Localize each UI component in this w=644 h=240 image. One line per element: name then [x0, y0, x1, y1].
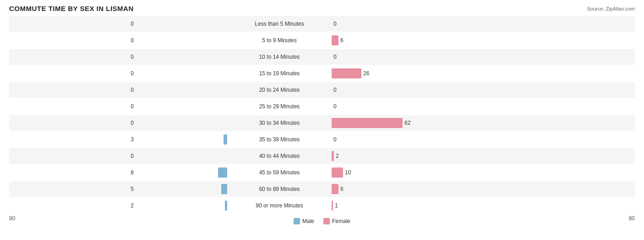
row-label: 15 to 19 Minutes [229, 70, 330, 77]
right-section: 10 [330, 167, 550, 178]
male-value: 0 [125, 120, 134, 126]
left-section: 0 [9, 118, 229, 128]
male-bar-wrap [136, 118, 227, 128]
table-row: 0 15 to 19 Minutes 26 [9, 66, 635, 81]
female-value: 0 [333, 136, 343, 143]
legend-female-box [323, 218, 330, 224]
female-bar [332, 68, 361, 78]
row-label: Less than 5 Minutes [229, 21, 330, 27]
male-value: 2 [125, 202, 134, 209]
axis-left-label: 80 [9, 215, 15, 224]
left-section: 0 [9, 85, 229, 95]
table-row: 8 45 to 59 Minutes 10 [9, 165, 635, 180]
left-section: 0 [9, 19, 229, 29]
right-section: 2 [330, 151, 550, 161]
right-section: 0 [330, 101, 550, 112]
male-bar-wrap [136, 85, 227, 95]
female-value: 26 [363, 70, 372, 77]
male-value: 0 [125, 37, 134, 44]
axis-right-label: 80 [629, 215, 635, 224]
legend-male-label: Male [302, 218, 314, 224]
legend-row: Male Female [294, 218, 350, 224]
chart-area: 0 Less than 5 Minutes 0 0 5 to 9 Minutes [9, 16, 635, 213]
female-value: 62 [404, 120, 414, 126]
female-value: 0 [333, 103, 343, 110]
male-bar-wrap [136, 201, 227, 211]
row-label: 60 to 89 Minutes [229, 186, 330, 192]
male-bar [224, 134, 227, 145]
right-section: 0 [330, 134, 550, 145]
male-bar-wrap [136, 68, 227, 78]
table-row: 0 40 to 44 Minutes 2 [9, 148, 635, 164]
row-label: 5 to 9 Minutes [229, 37, 330, 44]
right-section: 1 [330, 201, 550, 211]
source-text: Source: ZipAtlas.com [587, 6, 635, 11]
male-value: 5 [125, 186, 134, 192]
female-value: 0 [333, 87, 343, 93]
right-section: 62 [330, 118, 550, 128]
right-section: 6 [330, 35, 550, 45]
male-bar [221, 184, 227, 194]
female-bar [332, 35, 338, 45]
left-section: 0 [9, 151, 229, 161]
male-bar-wrap [136, 35, 227, 45]
male-value: 0 [125, 21, 134, 27]
male-value: 3 [125, 136, 134, 143]
table-row: 5 60 to 89 Minutes 6 [9, 181, 635, 197]
male-bar-wrap [136, 167, 227, 178]
row-label: 20 to 24 Minutes [229, 87, 330, 93]
row-label: 30 to 34 Minutes [229, 120, 330, 126]
legend-female-label: Female [332, 218, 350, 224]
female-bar [332, 184, 338, 194]
table-row: 0 30 to 34 Minutes 62 [9, 115, 635, 131]
left-section: 8 [9, 167, 229, 178]
left-section: 2 [9, 201, 229, 211]
left-section: 3 [9, 134, 229, 145]
title-row: COMMUTE TIME BY SEX IN LISMAN Source: Zi… [9, 5, 635, 12]
row-label: 10 to 14 Minutes [229, 54, 330, 60]
bottom-axis: 80 Male Female 80 [9, 214, 635, 225]
row-label: 40 to 44 Minutes [229, 153, 330, 159]
right-section: 26 [330, 68, 550, 78]
female-bar [332, 201, 333, 211]
male-bar-wrap [136, 184, 227, 194]
male-value: 0 [125, 54, 134, 60]
right-section: 0 [330, 85, 550, 95]
male-value: 0 [125, 70, 134, 77]
legend-male: Male [294, 218, 314, 224]
row-label: 25 to 29 Minutes [229, 103, 330, 110]
male-value: 0 [125, 87, 134, 93]
table-row: 0 25 to 29 Minutes 0 [9, 99, 635, 114]
male-bar-wrap [136, 52, 227, 62]
female-value: 6 [340, 37, 349, 44]
table-row: 3 35 to 39 Minutes 0 [9, 132, 635, 147]
male-bar-wrap [136, 134, 227, 145]
row-label: 90 or more Minutes [229, 202, 330, 209]
legend-female: Female [323, 218, 350, 224]
left-section: 0 [9, 68, 229, 78]
female-bar [332, 151, 334, 161]
male-bar [225, 201, 227, 211]
right-section: 0 [330, 52, 550, 62]
male-bar-wrap [136, 151, 227, 161]
table-row: 0 10 to 14 Minutes 0 [9, 49, 635, 65]
male-bar [218, 167, 227, 178]
row-label: 45 to 59 Minutes [229, 169, 330, 176]
female-value: 0 [333, 21, 343, 27]
right-section: 0 [330, 19, 550, 29]
chart-container: COMMUTE TIME BY SEX IN LISMAN Source: Zi… [0, 0, 644, 240]
table-row: 2 90 or more Minutes 1 [9, 198, 635, 213]
legend-male-box [294, 218, 300, 224]
male-bar-wrap [136, 101, 227, 112]
left-section: 0 [9, 52, 229, 62]
female-bar [332, 167, 343, 178]
right-section: 6 [330, 184, 550, 194]
chart-title: COMMUTE TIME BY SEX IN LISMAN [9, 5, 134, 12]
left-section: 5 [9, 184, 229, 194]
male-value: 0 [125, 153, 134, 159]
left-section: 0 [9, 35, 229, 45]
female-value: 10 [345, 169, 354, 176]
female-value: 1 [335, 202, 344, 209]
row-label: 35 to 39 Minutes [229, 136, 330, 143]
female-value: 2 [336, 153, 345, 159]
